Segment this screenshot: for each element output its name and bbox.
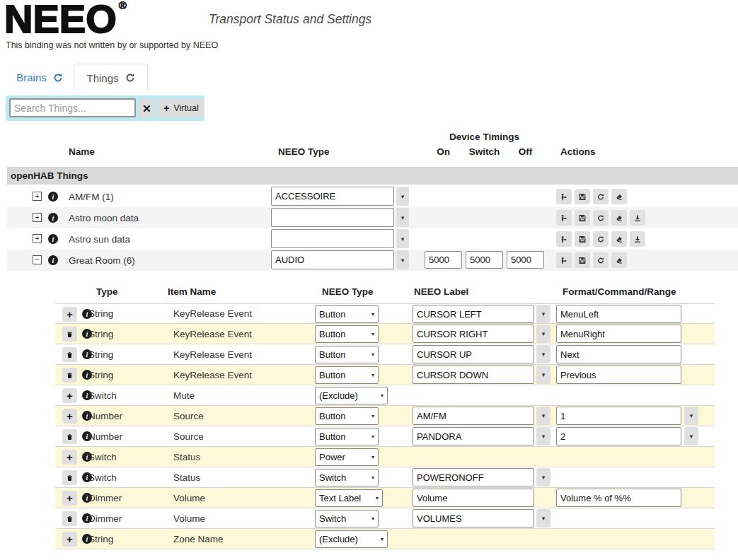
neeo-label-dropdown-button[interactable]: ▾ <box>536 468 550 486</box>
neeo-label-dropdown-button[interactable]: ▾ <box>536 366 550 384</box>
info-icon[interactable]: i <box>48 255 58 265</box>
neeo-label-input[interactable] <box>413 345 534 363</box>
neeo-type-select[interactable]: Text Label▾ <box>315 489 383 507</box>
timing-switch-input[interactable] <box>466 251 503 269</box>
delete-channel-button[interactable] <box>62 327 77 342</box>
save-button[interactable] <box>575 189 590 204</box>
neeo-type-select[interactable]: (Exclude)▾ <box>315 530 388 548</box>
neeo-label-input[interactable] <box>413 468 534 486</box>
timing-off-input[interactable] <box>507 251 544 269</box>
neeo-transport-page: NEEO® Transport Status and Settings This… <box>0 0 738 560</box>
collapse-icon[interactable]: − <box>33 255 42 264</box>
erase-icon <box>616 235 623 244</box>
refresh-button[interactable] <box>593 252 609 268</box>
neeo-label-input[interactable] <box>413 407 534 425</box>
add-channel-button[interactable]: + <box>62 307 77 322</box>
neeo-type-select[interactable]: Button▾ <box>315 346 379 363</box>
neeo-type-dropdown-button[interactable]: ▾ <box>396 208 409 227</box>
export-button[interactable] <box>630 210 645 226</box>
timing-on-input[interactable] <box>425 251 462 269</box>
erase-button[interactable] <box>611 210 627 226</box>
neeo-label-input[interactable] <box>413 325 534 343</box>
add-channel-button[interactable]: + <box>62 491 77 506</box>
restore-button[interactable] <box>556 252 572 268</box>
neeo-type-input[interactable] <box>271 250 394 269</box>
neeo-type-dropdown-button[interactable]: ▾ <box>396 229 409 248</box>
add-virtual-button[interactable]: +Virtual <box>158 99 204 117</box>
format-input[interactable] <box>556 366 681 384</box>
neeo-type-select[interactable]: Button▾ <box>315 305 379 323</box>
delete-channel-button[interactable] <box>62 368 77 383</box>
neeo-label-input[interactable] <box>413 366 534 384</box>
refresh-icon[interactable] <box>125 73 135 83</box>
neeo-type-select[interactable]: Switch▾ <box>315 469 379 486</box>
info-icon[interactable]: i <box>48 192 58 202</box>
neeo-label-dropdown-button[interactable]: ▾ <box>536 305 550 323</box>
neeo-type-select[interactable]: Button▾ <box>315 428 379 445</box>
restore-button[interactable] <box>556 189 572 204</box>
restore-button[interactable] <box>556 210 572 226</box>
expand-icon[interactable]: + <box>33 213 42 222</box>
neeo-type-input[interactable] <box>271 208 394 227</box>
erase-button[interactable] <box>611 231 627 247</box>
search-input[interactable] <box>9 98 136 117</box>
erase-button[interactable] <box>611 252 627 268</box>
expand-icon[interactable]: + <box>33 192 42 201</box>
format-input[interactable] <box>556 325 681 343</box>
neeo-type-select[interactable]: Button▾ <box>315 325 379 343</box>
add-channel-button[interactable]: + <box>62 450 77 465</box>
clear-search-button[interactable] <box>139 99 155 117</box>
refresh-button[interactable] <box>593 210 609 226</box>
neeo-label-input[interactable] <box>413 305 534 323</box>
trash-icon <box>67 330 73 339</box>
neeo-label-input[interactable] <box>413 427 534 445</box>
neeo-label-dropdown-button[interactable]: ▾ <box>536 427 550 445</box>
format-dropdown-button[interactable]: ▾ <box>684 427 698 445</box>
delete-channel-button[interactable] <box>62 347 77 362</box>
neeo-type-select[interactable]: Power▾ <box>315 448 379 466</box>
neeo-type-input[interactable] <box>271 229 394 248</box>
neeo-label-input[interactable] <box>413 509 534 527</box>
format-input[interactable] <box>556 345 681 363</box>
format-input[interactable] <box>556 305 681 323</box>
delete-channel-button[interactable] <box>62 429 77 444</box>
format-input[interactable] <box>556 407 681 425</box>
neeo-label-dropdown-button[interactable]: ▾ <box>536 509 550 527</box>
format-dropdown-button[interactable]: ▾ <box>684 407 698 425</box>
neeo-label-dropdown-button[interactable]: ▾ <box>536 325 550 343</box>
neeo-type-select[interactable]: Button▾ <box>315 366 379 384</box>
neeo-label-dropdown-button[interactable]: ▾ <box>536 345 550 363</box>
save-button[interactable] <box>575 252 590 268</box>
neeo-type-select[interactable]: (Exclude)▾ <box>315 387 388 404</box>
neeo-type-select[interactable]: Switch▾ <box>315 510 379 527</box>
info-icon[interactable]: i <box>48 213 58 223</box>
neeo-type-dropdown-button[interactable]: ▾ <box>396 250 409 269</box>
add-channel-button[interactable]: + <box>62 409 77 424</box>
neeo-type-dropdown-button[interactable]: ▾ <box>396 187 409 206</box>
tab-brains[interactable]: Brains <box>6 64 74 91</box>
format-input[interactable] <box>556 427 681 445</box>
refresh-icon[interactable] <box>53 73 63 83</box>
refresh-button[interactable] <box>593 231 609 247</box>
export-button[interactable] <box>630 231 645 247</box>
channel-item-name: KeyRelease Event <box>173 304 252 323</box>
neeo-type-input[interactable] <box>271 187 394 206</box>
channel-type: Dimmer <box>88 488 122 508</box>
restore-button[interactable] <box>556 231 572 247</box>
erase-button[interactable] <box>611 189 627 204</box>
neeo-type-select[interactable]: Button▾ <box>315 407 379 425</box>
expand-icon[interactable]: + <box>33 234 42 243</box>
neeo-label-input[interactable] <box>413 489 534 507</box>
add-channel-button[interactable]: + <box>62 532 77 547</box>
channel-item-name: Status <box>173 447 200 467</box>
tab-things[interactable]: Things <box>74 64 148 91</box>
delete-channel-button[interactable] <box>62 470 77 485</box>
format-input[interactable] <box>556 489 681 507</box>
add-channel-button[interactable]: + <box>62 388 77 403</box>
info-icon[interactable]: i <box>48 234 58 244</box>
save-button[interactable] <box>575 210 590 226</box>
delete-channel-button[interactable] <box>62 511 77 526</box>
neeo-label-dropdown-button[interactable]: ▾ <box>536 407 550 425</box>
refresh-button[interactable] <box>593 189 609 204</box>
save-button[interactable] <box>575 231 590 247</box>
